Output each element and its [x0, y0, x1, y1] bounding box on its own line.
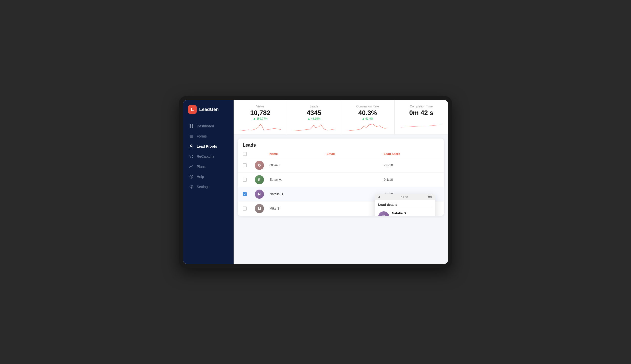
completion-label: Completion Time: [401, 105, 442, 108]
leads-sparkline: [293, 122, 334, 132]
svg-point-10: [191, 186, 192, 188]
row-checkbox-olivia[interactable]: [243, 163, 247, 167]
popup-title: Content Marketing Manager: [392, 216, 431, 216]
conversion-label: Conversion Rate: [347, 105, 388, 108]
popup-battery: [428, 196, 432, 199]
lead-proofs-icon: [189, 144, 194, 149]
popup-time: 11:00: [401, 196, 408, 199]
leads-table: Name Email Lead Score O Olivia J. 7.8/10: [238, 150, 444, 216]
col-email: Email: [327, 152, 382, 156]
stat-card-leads: Leads 4345 48.15%: [287, 100, 341, 134]
stat-card-views: Views 10,782 159.77%: [234, 100, 287, 134]
avatar-ethan: E: [255, 175, 264, 184]
leads-title: Leads: [238, 139, 444, 150]
svg-text:?: ?: [191, 176, 192, 178]
device-frame: L LeadGen Dashboard: [179, 96, 452, 268]
sidebar-item-help[interactable]: ? Help: [186, 172, 231, 181]
svg-rect-1: [192, 124, 193, 126]
sidebar-item-forms[interactable]: Forms: [186, 131, 231, 141]
name-olivia: Olivia J.: [269, 163, 325, 167]
popup-status-bar: 11:00: [375, 194, 435, 200]
svg-rect-13: [379, 196, 380, 198]
svg-rect-15: [428, 196, 431, 197]
sidebar-nav: Dashboard Forms: [183, 121, 234, 192]
svg-rect-12: [378, 197, 379, 198]
svg-rect-3: [192, 126, 193, 128]
row-checkbox-natalie[interactable]: [243, 192, 247, 196]
dashboard-icon: [189, 124, 194, 128]
completion-sparkline: [401, 119, 442, 129]
table-header: Name Email Lead Score: [238, 150, 444, 158]
table-row-natalie[interactable]: N Natalie D.: [238, 187, 444, 201]
sidebar-item-recaptcha[interactable]: ReCaptcha: [186, 152, 231, 161]
avatar-natalie: N: [255, 190, 264, 199]
plans-icon: [189, 164, 194, 169]
col-lead-score: Lead Score: [384, 152, 439, 156]
avatar-olivia: O: [255, 161, 264, 170]
settings-label: Settings: [197, 185, 210, 189]
leads-change: 48.15%: [293, 117, 334, 120]
plans-label: Plans: [197, 165, 206, 169]
popup-name: Natalie D.: [392, 211, 431, 215]
select-all-checkbox[interactable]: [243, 152, 247, 156]
svg-rect-11: [378, 197, 378, 198]
name-ethan: Ethan V.: [269, 178, 325, 181]
help-icon: ?: [189, 174, 194, 179]
svg-rect-16: [432, 196, 432, 197]
leads-container: Leads Name Email Lead Score O Olivi: [238, 139, 444, 216]
avatar-mike: M: [255, 204, 264, 213]
forms-icon: [189, 134, 194, 139]
popup-header-label: Lead details: [375, 200, 435, 208]
sidebar: L LeadGen Dashboard: [183, 100, 234, 264]
popup-avatar: N: [378, 211, 389, 216]
lead-detail-popup: 11:00 Lead details: [375, 194, 435, 216]
leads-value: 4345: [293, 109, 334, 117]
popup-profile-info: Natalie D. Content Marketing Manager ED …: [392, 211, 431, 216]
sidebar-item-dashboard[interactable]: Dashboard: [186, 121, 231, 131]
views-value: 10,782: [240, 109, 281, 117]
svg-rect-2: [190, 126, 191, 128]
forms-label: Forms: [197, 134, 207, 138]
conversion-sparkline: [347, 122, 388, 132]
views-sparkline: [240, 122, 281, 132]
name-natalie: Natalie D.: [269, 192, 325, 196]
sidebar-item-lead-proofs[interactable]: Lead Proofs: [186, 142, 231, 151]
popup-profile: N Natalie D. Content Marketing Manager E…: [375, 208, 435, 216]
svg-rect-0: [190, 124, 191, 126]
recaptcha-label: ReCaptcha: [197, 154, 214, 158]
views-change: 159.77%: [240, 117, 281, 120]
leads-label: Leads: [293, 105, 334, 108]
col-name: Name: [269, 152, 325, 156]
logo-icon: L: [188, 105, 197, 114]
row-checkbox-ethan[interactable]: [243, 178, 247, 182]
name-mike: Mike S.: [269, 207, 325, 210]
lead-proofs-label: Lead Proofs: [197, 144, 217, 148]
settings-icon: [189, 185, 194, 189]
conversion-change: 61.4%: [347, 117, 388, 120]
row-checkbox-mike[interactable]: [243, 207, 247, 211]
conversion-value: 40.3%: [347, 109, 388, 117]
popup-signal: [378, 196, 381, 199]
logo-text: LeadGen: [199, 107, 219, 112]
completion-value: 0m 42 s: [401, 109, 442, 117]
sidebar-logo: L LeadGen: [183, 105, 234, 121]
sidebar-item-plans[interactable]: Plans: [186, 162, 231, 171]
views-label: Views: [240, 105, 281, 108]
help-label: Help: [197, 175, 204, 179]
main-content: Views 10,782 159.77% Leads 4345 48.15%: [234, 100, 448, 264]
score-ethan: 9.1/10: [384, 178, 439, 181]
device-screen: L LeadGen Dashboard: [183, 100, 448, 264]
score-olivia: 7.8/10: [384, 163, 439, 167]
stat-card-conversion: Conversion Rate 40.3% 61.4%: [341, 100, 395, 134]
table-row[interactable]: E Ethan V. 9.1/10: [238, 173, 444, 187]
sidebar-item-settings[interactable]: Settings: [186, 182, 231, 192]
stat-card-completion: Completion Time 0m 42 s: [395, 100, 448, 134]
dashboard-label: Dashboard: [197, 124, 214, 128]
stats-bar: Views 10,782 159.77% Leads 4345 48.15%: [234, 100, 448, 134]
table-row[interactable]: O Olivia J. 7.8/10: [238, 158, 444, 173]
recaptcha-icon: [189, 154, 194, 159]
